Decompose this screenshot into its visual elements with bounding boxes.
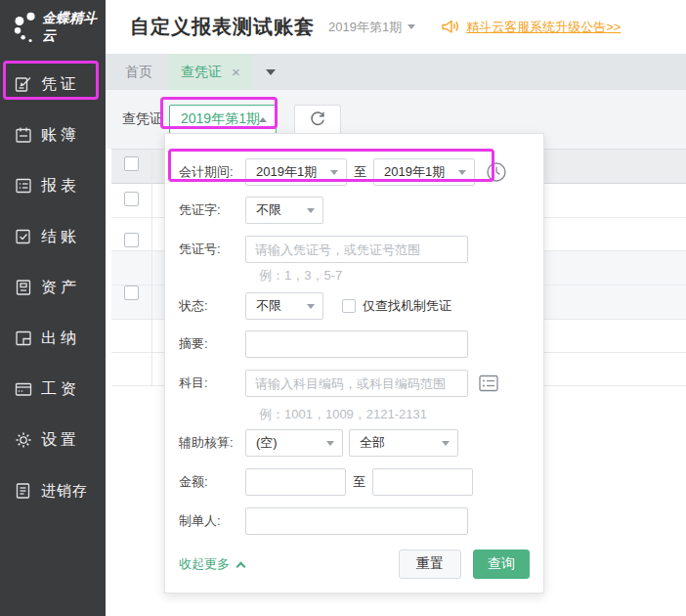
- amount-from-input[interactable]: [245, 468, 346, 496]
- voucher-period-select[interactable]: 2019年第1期: [169, 105, 277, 134]
- clock-picker-button[interactable]: [486, 161, 507, 183]
- voucher-icon: [15, 75, 32, 93]
- checkbox-box[interactable]: [342, 299, 356, 313]
- sidebar-item-ledger[interactable]: 账簿: [0, 110, 106, 160]
- creator-row: 制单人:: [179, 507, 530, 535]
- payroll-icon: [15, 380, 32, 398]
- period-to-select[interactable]: 2019年1期: [373, 158, 475, 186]
- voucher-no-hint: 例：1，3，5-7: [259, 267, 342, 285]
- toolbar-label: 查凭证: [122, 110, 163, 128]
- header: 自定义报表测试账套 2019年第1期 精斗云客服系统升级公告>>: [106, 0, 686, 54]
- row-checkbox[interactable]: [124, 286, 139, 300]
- chevron-down-icon: [442, 441, 450, 446]
- aux-value-select[interactable]: 全部: [349, 429, 458, 457]
- status-select[interactable]: 不限: [245, 292, 323, 320]
- filter-panel-footer: 收起更多 重置 查询: [179, 550, 530, 579]
- chevron-down-icon: [307, 304, 315, 309]
- page-title: 自定义报表测试账套: [130, 14, 315, 40]
- asset-icon: [15, 279, 32, 296]
- header-period-selector[interactable]: 2019年第1期: [328, 19, 415, 36]
- close-tab-icon[interactable]: ×: [232, 65, 240, 79]
- aux-type-select[interactable]: (空): [245, 429, 343, 457]
- voucher-no-label: 凭证号:: [179, 241, 245, 258]
- chevron-down-icon: [458, 170, 466, 175]
- status-row: 状态: 不限 仅查找机制凭证: [179, 292, 530, 320]
- machine-voucher-checkbox[interactable]: 仅查找机制凭证: [335, 297, 451, 315]
- sidebar-item-report[interactable]: 报表: [0, 160, 106, 211]
- sidebar-item-voucher[interactable]: 凭证: [0, 59, 106, 110]
- chevron-down-icon: [407, 24, 415, 29]
- refresh-icon: [309, 110, 326, 128]
- amount-row: 金额: 至: [179, 468, 530, 496]
- sidebar-item-settings[interactable]: 设置: [0, 415, 106, 465]
- app-logo: 金蝶精斗云: [0, 0, 106, 55]
- filter-panel: 会计期间: 2019年1期 至 2019年1期 凭证字: 不限: [164, 133, 544, 594]
- tab-voucher-search[interactable]: 查凭证 ×: [168, 54, 253, 90]
- sidebar: 金蝶精斗云 凭证 账簿 报表 结账 资产 出纳 工资: [0, 0, 106, 616]
- collapse-more-link[interactable]: 收起更多: [179, 555, 244, 573]
- creator-label: 制单人:: [179, 512, 245, 530]
- clock-icon: [486, 161, 507, 183]
- sidebar-item-payroll[interactable]: 工资: [0, 364, 106, 415]
- chevron-down-icon: [266, 69, 276, 75]
- summary-label: 摘要:: [179, 335, 245, 353]
- sidebar-item-asset[interactable]: 资产: [0, 262, 106, 313]
- ledger-icon: [15, 126, 32, 144]
- period-from-select[interactable]: 2019年1期: [245, 158, 347, 186]
- gear-icon: [15, 431, 32, 449]
- sidebar-item-cashier[interactable]: 出纳: [0, 313, 106, 364]
- announcement-link[interactable]: 精斗云客服系统升级公告>>: [466, 19, 621, 36]
- refresh-button[interactable]: [294, 105, 341, 135]
- chevron-up-icon: [259, 117, 267, 122]
- chevron-down-icon: [307, 208, 315, 213]
- sidebar-item-closing[interactable]: 结账: [0, 211, 106, 262]
- summary-input[interactable]: [245, 330, 468, 358]
- status-label: 状态:: [179, 297, 245, 315]
- chevron-down-icon: [326, 441, 334, 446]
- tab-list-dropdown-button[interactable]: [253, 54, 288, 90]
- row-checkbox[interactable]: [124, 233, 139, 247]
- summary-row: 摘要:: [179, 330, 530, 358]
- logo-dots-icon: [12, 8, 39, 47]
- inventory-icon: [15, 482, 32, 500]
- voucher-word-row: 凭证字: 不限: [179, 197, 530, 224]
- chevron-up-icon: [236, 561, 246, 571]
- reset-button[interactable]: 重置: [399, 550, 461, 579]
- megaphone-icon: [441, 19, 460, 35]
- period-range-row: 会计期间: 2019年1期 至 2019年1期: [179, 158, 530, 186]
- creator-input[interactable]: [245, 507, 468, 535]
- select-all-checkbox[interactable]: [124, 156, 139, 171]
- tab-home[interactable]: 首页: [109, 54, 168, 90]
- period-range-label: 会计期间:: [179, 163, 245, 181]
- cashier-icon: [15, 330, 32, 347]
- logo-text: 金蝶精斗云: [42, 10, 106, 45]
- amount-to-input[interactable]: [372, 468, 473, 496]
- voucher-no-input[interactable]: [245, 236, 468, 263]
- report-icon: [15, 177, 32, 195]
- amount-label: 金额:: [179, 473, 245, 491]
- search-button[interactable]: 查询: [473, 550, 530, 579]
- account-list-button[interactable]: [479, 374, 499, 393]
- voucher-word-label: 凭证字:: [179, 201, 245, 219]
- table-column-divider: [151, 149, 152, 386]
- sidebar-item-inventory[interactable]: 进销存: [0, 465, 106, 516]
- chevron-down-icon: [330, 170, 338, 175]
- voucher-word-select[interactable]: 不限: [245, 197, 323, 224]
- tab-bar: 首页 查凭证 ×: [106, 54, 686, 90]
- account-row: 科目:: [179, 370, 530, 397]
- closing-icon: [15, 228, 32, 245]
- row-checkbox[interactable]: [124, 192, 139, 206]
- aux-label: 辅助核算:: [179, 434, 245, 452]
- list-icon: [479, 374, 499, 393]
- voucher-no-row: 凭证号:: [179, 236, 530, 263]
- account-input[interactable]: [245, 370, 468, 397]
- aux-row: 辅助核算: (空) 全部: [179, 429, 530, 457]
- account-hint: 例：1001，1009，2121-2131: [259, 406, 427, 423]
- account-label: 科目:: [179, 374, 245, 392]
- app-window: 金蝶精斗云 凭证 账簿 报表 结账 资产 出纳 工资: [0, 0, 686, 616]
